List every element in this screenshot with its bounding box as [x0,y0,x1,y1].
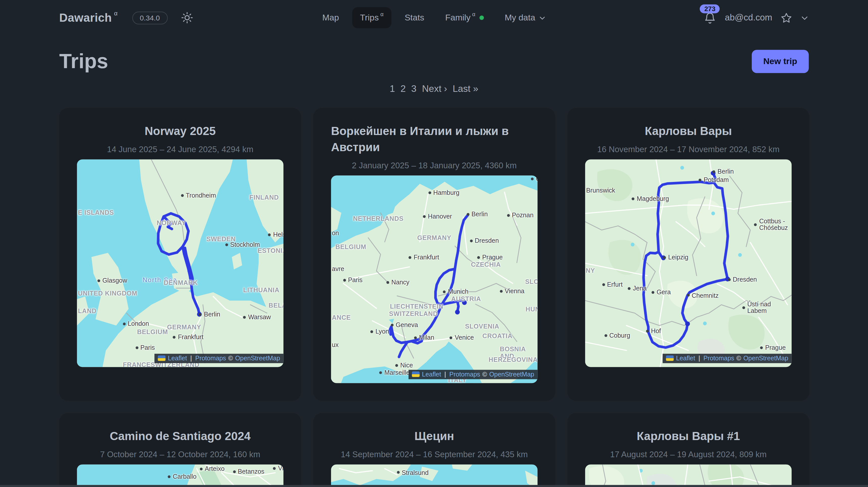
theme-toggle-button[interactable] [181,11,193,24]
label-text: Magdeburg [637,195,669,202]
label-text: Jena [633,285,647,292]
nav-item-map[interactable]: Map [314,7,347,28]
osm-link[interactable]: OpenStreetMap [743,355,788,362]
label-text: LAND [78,308,97,315]
leaflet-link[interactable]: Leaflet [422,371,441,378]
label-text: GERMANY [167,324,201,331]
trip-title[interactable]: Воркейшен в Италии и лыжи в Австрии [331,123,537,155]
pagination-link-2[interactable]: 2 [400,84,406,95]
pagination-link-1[interactable]: 1 [390,84,395,95]
favorites-button[interactable] [780,12,792,24]
trip-title[interactable]: Карловы Вары #1 [585,428,792,445]
new-trip-button[interactable]: New trip [752,50,809,73]
trip-map[interactable] [585,464,792,487]
trip-map[interactable]: GdHamburgHanoverBerlinPoznanNETHERLANDSo… [331,175,537,383]
city-dot [450,336,453,339]
nav-item-family[interactable]: Familyα [437,7,492,28]
map-city-label: Potsdam [699,176,729,183]
map-city-label: Chemnitz [687,292,719,299]
trip-title[interactable]: Карловы Вары [585,123,792,140]
map-country-label: AUSTRIA [451,296,481,303]
map-city-label: Poznan [507,212,533,219]
protomaps-link[interactable]: Protomaps [704,355,734,362]
osm-link[interactable]: OpenStreetMap [489,371,534,378]
city-dot [386,281,389,284]
label-text: Berlin [204,311,220,318]
flag-yellow [158,358,166,361]
label-text: Prague [765,344,786,352]
trip-title[interactable]: Norway 2025 [77,123,283,140]
city-dot [687,294,690,297]
pagination-link-4[interactable]: Next › [422,84,447,95]
nav-item-trips[interactable]: Tripsα [352,7,391,28]
map-city-label: Warsaw [243,314,271,321]
city-dot [467,213,469,216]
trip-title[interactable]: Camino de Santiago 2024 [77,428,283,445]
nav-item-my-data[interactable]: My data [497,7,553,28]
map-city-label: Dresden [470,238,499,244]
city-dot [628,287,630,290]
protomaps-link[interactable]: Protomaps [450,371,480,378]
trip-map[interactable]: ArteixoBetanzosVilaCarballo [77,464,283,487]
label-text: AUSTRIA [451,296,481,303]
city-dot [199,313,202,316]
pagination-link-3[interactable]: 3 [411,84,416,95]
trip-map[interactable]: TrondheimFINLANDE ISLANDSNORWAYHelsinSWE… [77,159,283,367]
trip-title[interactable]: Щецин [331,428,537,445]
city-dot [663,256,666,259]
map-country-label: FINLAND [249,194,279,201]
ukraine-flag-icon [158,356,166,361]
label-text: ux [332,342,339,349]
attribution-separator: | [189,355,193,362]
city-dot [135,346,138,349]
user-menu-button[interactable] [800,13,809,22]
label-text: Marseille [384,369,410,376]
user-email[interactable]: ab@cd.com [725,12,772,23]
city-dot [243,316,246,319]
map-country-label: NORWAY [157,219,186,226]
protomaps-link[interactable]: Protomaps [195,355,226,362]
city-dot [343,279,346,281]
label-text: Lyon [375,328,389,335]
label-text: Milan [419,334,434,341]
label-text: Nice [400,362,413,369]
osm-link[interactable]: OpenStreetMap [235,355,280,362]
map-city-label: on [332,230,339,237]
app-logo[interactable]: Dawarichα [59,11,118,25]
label-text: Helsin [273,232,283,239]
city-dot [742,306,745,309]
notifications-button[interactable]: 273 [704,11,716,24]
copyright-symbol: © [228,355,233,362]
label-text: Hanover [428,213,452,220]
label-text: FINLAND [249,194,279,201]
map-city-label: Prague [477,254,503,261]
city-dot [760,346,763,349]
city-dot [414,336,417,339]
nav-item-stats[interactable]: Stats [397,7,432,28]
label-text: Berlin [718,168,734,175]
map-country-label: BELA [269,302,283,309]
city-dot [500,290,502,293]
label-text: Potsdam [704,176,729,183]
map-country-label: FRANCE [123,361,151,367]
pagination-link-5[interactable]: Last » [453,84,478,95]
map-country-label: ESTONIA [258,247,283,254]
leaflet-link[interactable]: Leaflet [676,355,695,362]
leaflet-link[interactable]: Leaflet [168,355,187,362]
trip-map[interactable]: Stralsund [331,464,537,487]
map-city-label: Arteixo [200,465,224,473]
map-city-label: avre [332,266,344,273]
map-city-label: Glasgow [97,277,127,284]
label-text: Hof [651,328,661,335]
label-text: Chemnitz [692,292,719,299]
trip-map[interactable]: BerlinPotsdamBrunswickMagdeburgCottbus -… [585,159,792,367]
map-city-label: Paris [135,344,155,352]
horizontal-scrollbar[interactable] [0,485,868,487]
label-text: GERMANY [417,235,452,242]
label-text: Vila [278,465,283,472]
city-dot [168,476,170,478]
flag-yellow [666,358,674,361]
label-text: Prague [482,254,503,261]
label-text: Cottbus - Chóśebuz [759,217,788,232]
version-badge[interactable]: 0.34.0 [132,11,167,24]
